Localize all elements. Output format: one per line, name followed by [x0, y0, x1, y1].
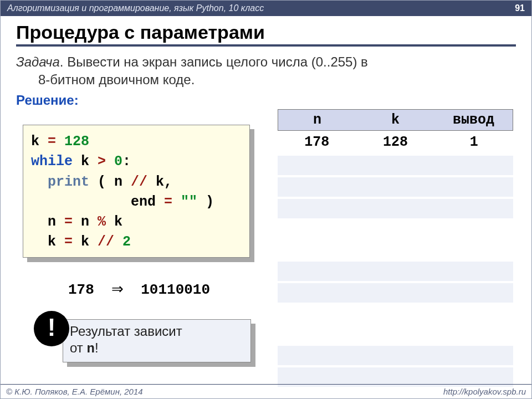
c: = [64, 234, 73, 250]
note-block: Результат зависит от n! [63, 319, 251, 362]
c: "" [181, 194, 197, 210]
c: = [64, 214, 73, 230]
trace-blank [278, 262, 513, 281]
example-bin: 10110010 [141, 282, 210, 298]
trace-blank-group [278, 262, 513, 303]
c: print [48, 174, 89, 190]
c: k [31, 234, 56, 250]
trace-blank [278, 283, 513, 303]
c: % [98, 214, 106, 230]
task-line2: 8-битном двоичном коде. [16, 71, 516, 89]
th-k: k [356, 110, 434, 130]
note-var: n [86, 341, 94, 356]
example-conversion: 178 ⇒ 10110010 [68, 280, 210, 298]
trace-row: 178 128 1 [278, 131, 513, 154]
content: Процедура с параметрами Задача. Вывести … [1, 16, 531, 108]
page-number: 91 [515, 1, 525, 16]
c: k [31, 134, 39, 150]
th-n: n [278, 110, 356, 130]
code-block: k = 128 while k > 0: print ( n // k, end… [23, 125, 250, 258]
trace-table: n k вывод 178 128 1 [278, 109, 513, 389]
slide: Алгоритмизация и программирование, язык … [0, 0, 532, 399]
trace-blank [278, 156, 513, 175]
trace-blank-group [278, 156, 513, 218]
header-bar: Алгоритмизация и программирование, язык … [1, 1, 531, 16]
task-lead: Задача [16, 54, 60, 69]
c: ( n [89, 174, 122, 190]
breadcrumb: Алгоритмизация и программирование, язык … [7, 1, 264, 16]
c: // [98, 234, 114, 250]
c: k, [147, 174, 172, 190]
trace-blank [278, 346, 513, 365]
note-l1: Результат зависит [70, 324, 182, 339]
trace-header: n k вывод [278, 109, 513, 131]
note-face: Результат зависит от n! [63, 319, 251, 362]
code-face: k = 128 while k > 0: print ( n // k, end… [23, 125, 250, 258]
footer-bar: © К.Ю. Поляков, Е.А. Ерёмин, 2014 http:/… [1, 384, 531, 398]
trace-blank [278, 199, 513, 218]
c: > [98, 154, 106, 170]
c: 2 [122, 234, 131, 250]
task-line1: . Вывести на экран запись целого числа (… [60, 54, 368, 69]
c: k [73, 154, 89, 170]
trace-blank [278, 177, 513, 197]
c: n [31, 214, 56, 230]
page-title: Процедура с параметрами [16, 22, 516, 47]
warning-badge: ! [34, 311, 69, 346]
note-bang: ! [95, 340, 99, 355]
c: while [31, 154, 73, 170]
c: k [106, 214, 122, 230]
c: end [131, 194, 156, 210]
c: = [48, 134, 56, 150]
solution-label: Решение: [16, 93, 516, 108]
task-text: Задача. Вывести на экран запись целого ч… [16, 53, 516, 89]
footer-left: © К.Ю. Поляков, Е.А. Ерёмин, 2014 [6, 387, 143, 396]
td-k: 128 [356, 131, 435, 154]
c: 128 [64, 134, 89, 150]
c: : [122, 154, 131, 170]
c: 0 [114, 154, 122, 170]
td-n: 178 [278, 131, 356, 154]
example-n: 178 [68, 282, 94, 298]
c: ) [197, 194, 214, 210]
td-out: 1 [434, 131, 513, 154]
c: // [131, 174, 147, 190]
c: n [73, 214, 89, 230]
th-out: вывод [434, 110, 513, 130]
note-l2: от [70, 340, 86, 355]
c: k [73, 234, 89, 250]
footer-right: http://kpolyakov.spb.ru [443, 387, 526, 396]
trace-blank-group [278, 346, 513, 387]
arrow-icon: ⇒ [111, 280, 124, 297]
c: = [164, 194, 172, 210]
